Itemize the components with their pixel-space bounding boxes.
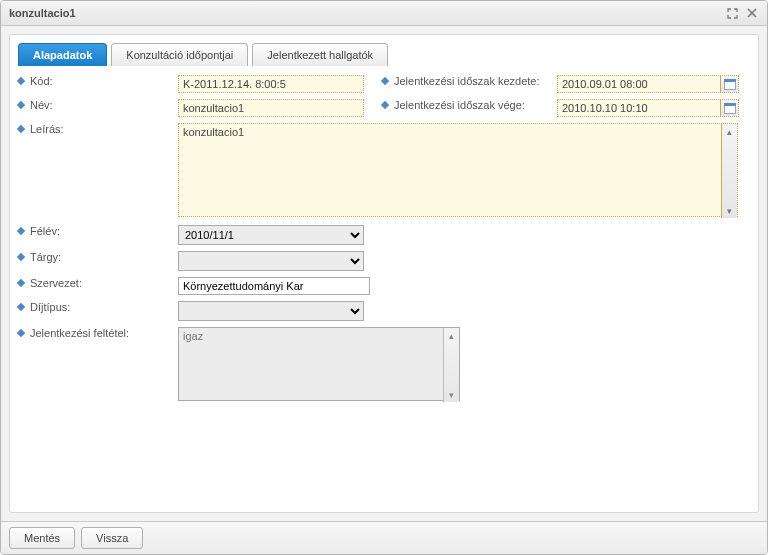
- tab-konzultacio-idopontjai[interactable]: Konzultáció időpontjai: [111, 43, 248, 66]
- label-nev-text: Név:: [30, 99, 53, 111]
- required-icon: [17, 227, 25, 235]
- jel-kezdete-calendar-button[interactable]: [720, 76, 738, 92]
- targy-select[interactable]: [178, 251, 364, 271]
- row-dijtipus: Díjtípus:: [18, 298, 750, 324]
- label-nev: Név:: [18, 99, 178, 111]
- label-dijtipus-text: Díjtípus:: [30, 301, 70, 313]
- label-szervezet: Szervezet:: [18, 277, 178, 289]
- tab-jelentkezett-hallgatok[interactable]: Jelentkezett hallgatók: [252, 43, 388, 66]
- field-leiras: ▴ ▾: [178, 123, 738, 219]
- row-nev: Név: Jelentkezési időszak vége:: [18, 96, 750, 120]
- label-dijtipus: Díjtípus:: [18, 301, 178, 313]
- label-jel-kezdete: Jelentkezési időszak kezdete:: [382, 75, 557, 87]
- label-leiras: Leírás:: [18, 123, 178, 135]
- label-targy: Tárgy:: [18, 251, 178, 263]
- field-jel-vege: [557, 99, 739, 117]
- field-dijtipus: [178, 301, 364, 321]
- kod-input[interactable]: [178, 75, 364, 93]
- dijtipus-select[interactable]: [178, 301, 364, 321]
- label-kod: Kód:: [18, 75, 178, 87]
- required-icon: [17, 77, 25, 85]
- nev-input[interactable]: [178, 99, 364, 117]
- scroll-down-icon[interactable]: ▾: [446, 389, 457, 400]
- required-icon: [17, 101, 25, 109]
- field-kod: [178, 75, 368, 93]
- label-kod-text: Kód:: [30, 75, 53, 87]
- footer: Mentés Vissza: [1, 521, 767, 554]
- label-jel-vege: Jelentkezési időszak vége:: [382, 99, 557, 111]
- label-jel-feltetel-text: Jelentkezési feltétel:: [30, 327, 129, 339]
- jel-kezdete-input[interactable]: [558, 76, 720, 92]
- label-jel-vege-text: Jelentkezési időszak vége:: [394, 99, 525, 111]
- label-leiras-text: Leírás:: [30, 123, 64, 135]
- row-jel-feltetel: Jelentkezési feltétel: ▴ ▾: [18, 324, 750, 406]
- leiras-textarea[interactable]: [178, 123, 738, 217]
- save-button[interactable]: Mentés: [9, 527, 75, 549]
- calendar-icon: [724, 79, 736, 90]
- label-jel-feltetel: Jelentkezési feltétel:: [18, 327, 178, 339]
- expand-icon[interactable]: [725, 6, 739, 20]
- scroll-up-icon[interactable]: ▴: [724, 126, 735, 137]
- row-szervezet: Szervezet:: [18, 274, 750, 298]
- field-felev: 2010/11/1: [178, 225, 364, 245]
- field-nev: [178, 99, 368, 117]
- required-icon: [17, 303, 25, 311]
- row-felev: Félév: 2010/11/1: [18, 222, 750, 248]
- label-targy-text: Tárgy:: [30, 251, 61, 263]
- tabstrip: Alapadatok Konzultáció időpontjai Jelent…: [18, 43, 750, 66]
- label-felev-text: Félév:: [30, 225, 60, 237]
- form-area: Kód: Jelentkezési időszak kezdete:: [18, 72, 750, 406]
- field-jel-feltetel: ▴ ▾: [178, 327, 460, 403]
- field-szervezet: [178, 277, 370, 295]
- label-felev: Félév:: [18, 225, 178, 237]
- calendar-icon: [724, 103, 736, 114]
- tab-alapadatok[interactable]: Alapadatok: [18, 43, 107, 66]
- required-icon: [381, 101, 389, 109]
- required-icon: [17, 125, 25, 133]
- label-szervezet-text: Szervezet:: [30, 277, 82, 289]
- felev-select[interactable]: 2010/11/1: [178, 225, 364, 245]
- required-icon: [381, 77, 389, 85]
- field-targy: [178, 251, 364, 271]
- window-frame: konzultacio1 Alapadatok Konzultáció időp…: [0, 0, 768, 555]
- scroll-down-icon[interactable]: ▾: [724, 205, 735, 216]
- window-title: konzultacio1: [9, 7, 76, 19]
- jel-vege-input-wrap: [557, 99, 739, 117]
- titlebar: konzultacio1: [1, 1, 767, 26]
- jel-kezdete-input-wrap: [557, 75, 739, 93]
- field-jel-kezdete: [557, 75, 739, 93]
- scroll-up-icon[interactable]: ▴: [446, 330, 457, 341]
- required-icon: [17, 253, 25, 261]
- row-leiras: Leírás: ▴ ▾: [18, 120, 750, 222]
- jel-vege-calendar-button[interactable]: [720, 100, 738, 116]
- jel-feltetel-textarea: [178, 327, 460, 401]
- close-icon[interactable]: [745, 6, 759, 20]
- required-icon: [17, 279, 25, 287]
- row-targy: Tárgy:: [18, 248, 750, 274]
- back-button[interactable]: Vissza: [81, 527, 143, 549]
- window-body: Alapadatok Konzultáció időpontjai Jelent…: [9, 34, 759, 513]
- label-jel-kezdete-text: Jelentkezési időszak kezdete:: [394, 75, 540, 87]
- required-icon: [17, 329, 25, 337]
- titlebar-icons: [725, 6, 759, 20]
- szervezet-input[interactable]: [178, 277, 370, 295]
- jel-vege-input[interactable]: [558, 100, 720, 116]
- row-kod: Kód: Jelentkezési időszak kezdete:: [18, 72, 750, 96]
